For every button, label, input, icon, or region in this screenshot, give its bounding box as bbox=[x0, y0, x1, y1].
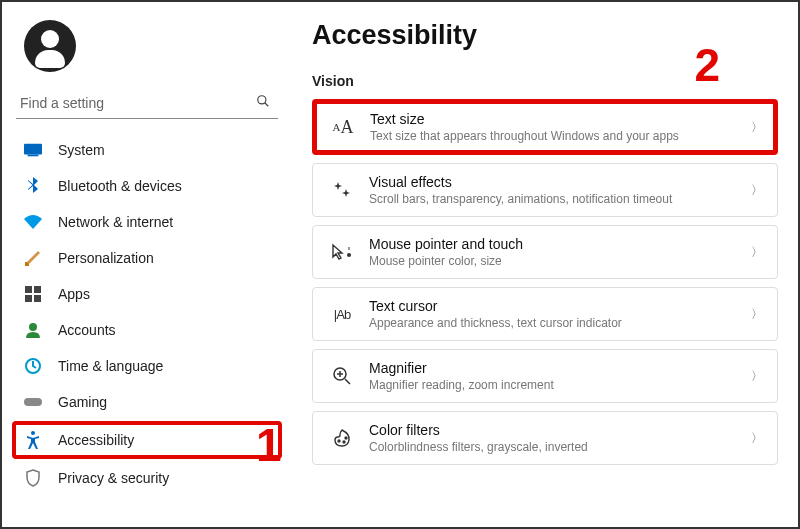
option-desc: Mouse pointer color, size bbox=[369, 254, 743, 268]
visual-effects-icon bbox=[325, 176, 359, 204]
svg-line-1 bbox=[265, 103, 269, 107]
apps-icon bbox=[22, 285, 44, 303]
text-size-icon: AA bbox=[326, 113, 360, 141]
chevron-right-icon: 〉 bbox=[751, 119, 763, 136]
option-desc: Magnifier reading, zoom increment bbox=[369, 378, 743, 392]
privacy-icon bbox=[22, 469, 44, 487]
option-visual-effects[interactable]: Visual effects Scroll bars, transparency… bbox=[312, 163, 778, 217]
sidebar-item-bluetooth[interactable]: Bluetooth & devices bbox=[16, 169, 278, 203]
sidebar-item-label: System bbox=[58, 142, 272, 158]
magnifier-icon bbox=[325, 362, 359, 390]
search-box[interactable] bbox=[16, 88, 278, 119]
svg-rect-6 bbox=[34, 286, 41, 293]
sidebar-item-accessibility[interactable]: Accessibility bbox=[12, 421, 282, 459]
personalization-icon bbox=[22, 249, 44, 267]
option-title: Mouse pointer and touch bbox=[369, 236, 743, 252]
sidebar-item-network[interactable]: Network & internet bbox=[16, 205, 278, 239]
sidebar-item-label: Time & language bbox=[58, 358, 272, 374]
svg-rect-2 bbox=[24, 144, 42, 155]
svg-rect-11 bbox=[24, 398, 42, 406]
option-magnifier[interactable]: Magnifier Magnifier reading, zoom increm… bbox=[312, 349, 778, 403]
option-text-cursor[interactable]: |Ab Text cursor Appearance and thickness… bbox=[312, 287, 778, 341]
option-mouse-pointer[interactable]: Mouse pointer and touch Mouse pointer co… bbox=[312, 225, 778, 279]
chevron-right-icon: 〉 bbox=[751, 368, 763, 385]
option-title: Magnifier bbox=[369, 360, 743, 376]
sidebar-item-label: Accounts bbox=[58, 322, 272, 338]
svg-rect-5 bbox=[25, 286, 32, 293]
bluetooth-icon bbox=[22, 177, 44, 195]
option-desc: Colorblindness filters, grayscale, inver… bbox=[369, 440, 743, 454]
color-filters-icon bbox=[325, 424, 359, 452]
option-desc: Scroll bars, transparency, animations, n… bbox=[369, 192, 743, 206]
sidebar-item-time-language[interactable]: Time & language bbox=[16, 349, 278, 383]
sidebar-item-label: Personalization bbox=[58, 250, 272, 266]
svg-point-20 bbox=[345, 437, 347, 439]
accounts-icon bbox=[22, 321, 44, 339]
sidebar-item-apps[interactable]: Apps bbox=[16, 277, 278, 311]
chevron-right-icon: 〉 bbox=[751, 306, 763, 323]
option-title: Visual effects bbox=[369, 174, 743, 190]
option-title: Text cursor bbox=[369, 298, 743, 314]
text-cursor-icon: |Ab bbox=[325, 300, 359, 328]
chevron-right-icon: 〉 bbox=[751, 182, 763, 199]
option-desc: Appearance and thickness, text cursor in… bbox=[369, 316, 743, 330]
sidebar-item-label: Bluetooth & devices bbox=[58, 178, 272, 194]
svg-rect-7 bbox=[25, 295, 32, 302]
mouse-pointer-icon bbox=[325, 238, 359, 266]
settings-window: System Bluetooth & devices Network & int… bbox=[2, 2, 798, 527]
annotation-1: 1 bbox=[256, 418, 282, 472]
user-avatar-icon[interactable] bbox=[24, 20, 76, 72]
annotation-2: 2 bbox=[694, 38, 720, 92]
search-input[interactable] bbox=[20, 95, 256, 111]
svg-rect-3 bbox=[28, 155, 39, 157]
avatar-container bbox=[16, 20, 278, 72]
network-icon bbox=[22, 213, 44, 231]
svg-rect-8 bbox=[34, 295, 41, 302]
option-desc: Text size that appears throughout Window… bbox=[370, 129, 743, 143]
svg-point-18 bbox=[338, 440, 340, 442]
option-color-filters[interactable]: Color filters Colorblindness filters, gr… bbox=[312, 411, 778, 465]
sidebar: System Bluetooth & devices Network & int… bbox=[2, 2, 292, 527]
svg-point-19 bbox=[343, 441, 345, 443]
svg-line-15 bbox=[345, 379, 350, 384]
sidebar-item-personalization[interactable]: Personalization bbox=[16, 241, 278, 275]
option-title: Color filters bbox=[369, 422, 743, 438]
search-icon bbox=[256, 94, 270, 112]
gaming-icon bbox=[22, 393, 44, 411]
main-panel: 2 Accessibility Vision AA Text size Text… bbox=[292, 2, 798, 527]
time-language-icon bbox=[22, 357, 44, 375]
nav-list: System Bluetooth & devices Network & int… bbox=[16, 133, 278, 495]
system-icon bbox=[22, 141, 44, 159]
sidebar-item-accounts[interactable]: Accounts bbox=[16, 313, 278, 347]
option-text-size[interactable]: AA Text size Text size that appears thro… bbox=[312, 99, 778, 155]
accessibility-icon bbox=[22, 431, 44, 449]
svg-point-13 bbox=[347, 253, 351, 257]
sidebar-item-label: Network & internet bbox=[58, 214, 272, 230]
svg-point-0 bbox=[258, 96, 266, 104]
sidebar-item-label: Accessibility bbox=[58, 432, 272, 448]
option-list: AA Text size Text size that appears thro… bbox=[312, 99, 778, 465]
sidebar-item-privacy[interactable]: Privacy & security bbox=[16, 461, 278, 495]
chevron-right-icon: 〉 bbox=[751, 430, 763, 447]
sidebar-item-gaming[interactable]: Gaming bbox=[16, 385, 278, 419]
sidebar-item-label: Gaming bbox=[58, 394, 272, 410]
chevron-right-icon: 〉 bbox=[751, 244, 763, 261]
sidebar-item-system[interactable]: System bbox=[16, 133, 278, 167]
svg-point-9 bbox=[29, 323, 37, 331]
option-title: Text size bbox=[370, 111, 743, 127]
sidebar-item-label: Privacy & security bbox=[58, 470, 272, 486]
svg-point-12 bbox=[31, 431, 35, 435]
sidebar-item-label: Apps bbox=[58, 286, 272, 302]
